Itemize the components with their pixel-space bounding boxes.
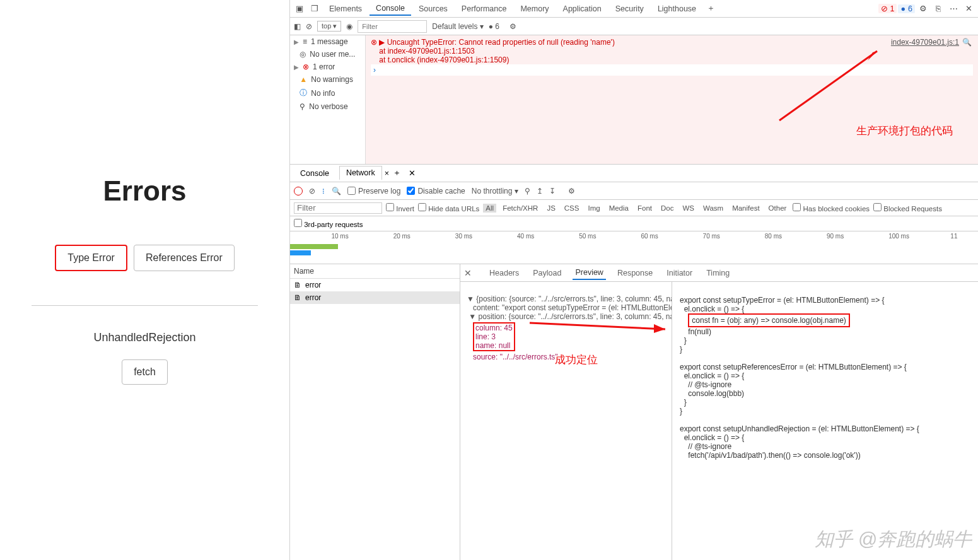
tab-performance[interactable]: Performance bbox=[455, 3, 513, 15]
filter-type-css[interactable]: CSS bbox=[562, 204, 582, 213]
preserve-log-checkbox[interactable]: Preserve log bbox=[347, 187, 400, 195]
error-count-chip[interactable]: ⊘ 1 bbox=[878, 4, 897, 13]
tab-application[interactable]: Application bbox=[557, 3, 608, 15]
network-request-list: Name 🗎error 🗎error bbox=[290, 264, 460, 560]
console-filter-input[interactable] bbox=[358, 20, 427, 33]
list-header-name[interactable]: Name bbox=[290, 264, 460, 279]
source-link[interactable]: index-49709e01.js:1 bbox=[891, 38, 959, 47]
network-filter-input[interactable] bbox=[294, 202, 382, 214]
preview-json[interactable]: ▼ {position: {source: "../../src/errors.… bbox=[460, 282, 672, 560]
sidebar-warnings[interactable]: ▲No warnings bbox=[290, 73, 365, 86]
drawer-close-icon[interactable]: ✕ bbox=[409, 168, 416, 178]
invert-checkbox[interactable]: Invert bbox=[386, 203, 414, 213]
clear-icon[interactable]: ⊘ bbox=[306, 22, 312, 31]
filter-type-js[interactable]: JS bbox=[544, 204, 557, 213]
filter-type-ws[interactable]: WS bbox=[680, 204, 697, 213]
wifi-icon[interactable]: ⚲ bbox=[525, 187, 530, 195]
filter-type-font[interactable]: Font bbox=[635, 204, 655, 213]
record-icon[interactable] bbox=[294, 187, 303, 195]
gear-icon[interactable]: ⚙ bbox=[916, 2, 930, 16]
list-item[interactable]: 🗎error bbox=[290, 291, 460, 304]
detail-tab-response[interactable]: Response bbox=[615, 267, 655, 279]
page-title: Errors bbox=[103, 175, 186, 207]
filter-type-media[interactable]: Media bbox=[607, 204, 631, 213]
sidebar-toggle-icon[interactable]: ◧ bbox=[294, 22, 301, 31]
dock-icon[interactable]: ⎘ bbox=[931, 2, 945, 16]
detail-tab-payload[interactable]: Payload bbox=[530, 267, 564, 279]
tab-console[interactable]: Console bbox=[370, 2, 411, 16]
tab-memory[interactable]: Memory bbox=[514, 3, 555, 15]
upload-icon[interactable]: ↥ bbox=[537, 187, 543, 195]
filter-type-other[interactable]: Other bbox=[766, 204, 789, 213]
drawer-tab-network[interactable]: Network bbox=[339, 166, 382, 180]
third-party-checkbox[interactable]: 3rd-party requests bbox=[294, 219, 363, 228]
net-gear-icon[interactable]: ⚙ bbox=[568, 187, 575, 195]
sidebar-info[interactable]: ⓘNo info bbox=[290, 86, 365, 100]
fetch-button[interactable]: fetch bbox=[122, 359, 168, 385]
issue-chip[interactable]: ● 6 bbox=[489, 22, 499, 31]
context-selector[interactable]: top ▾ bbox=[317, 21, 341, 32]
filter-type-fetch[interactable]: Fetch/XHR bbox=[500, 204, 540, 213]
error-count: 1 bbox=[890, 4, 895, 13]
third-party-bar: 3rd-party requests bbox=[290, 216, 978, 231]
preview-source-code[interactable]: export const setupTypeError = (el: HTMLB… bbox=[672, 282, 978, 560]
svg-marker-3 bbox=[654, 324, 665, 333]
devtools-panel: ▣ ❐ Elements Console Sources Performance… bbox=[290, 0, 978, 560]
log-levels-selector[interactable]: Default levels ▾ bbox=[432, 22, 483, 31]
net-clear-icon[interactable]: ⊘ bbox=[309, 187, 315, 195]
detail-tab-preview[interactable]: Preview bbox=[573, 266, 605, 280]
tab-elements[interactable]: Elements bbox=[323, 3, 368, 15]
svg-line-0 bbox=[779, 51, 877, 120]
highlight-code-box: const fn = (obj: any) => console.log(obj… bbox=[688, 313, 849, 327]
blocked-cookies-checkbox[interactable]: Has blocked cookies bbox=[793, 203, 870, 213]
search-icon[interactable]: 🔍 bbox=[962, 38, 972, 47]
file-icon: 🗎 bbox=[294, 281, 301, 289]
eye-icon[interactable]: ◉ bbox=[346, 22, 352, 31]
drawer-tab-console[interactable]: Console bbox=[294, 167, 335, 180]
net-search-icon[interactable]: 🔍 bbox=[332, 187, 341, 195]
list-item[interactable]: 🗎error bbox=[290, 279, 460, 291]
filter-type-all[interactable]: All bbox=[483, 204, 496, 213]
references-error-button[interactable]: References Error bbox=[134, 245, 235, 271]
console-gear-icon[interactable]: ⚙ bbox=[509, 22, 516, 31]
filter-type-doc[interactable]: Doc bbox=[658, 204, 676, 213]
console-sidebar: ▶≡1 message ◎No user me... ▶⊗1 error ▲No… bbox=[290, 35, 366, 164]
sidebar-verbose[interactable]: ⚲No verbose bbox=[290, 100, 365, 113]
more-icon[interactable]: ⋯ bbox=[946, 2, 960, 16]
inspect-icon[interactable]: ▣ bbox=[293, 2, 306, 16]
sidebar-nouser[interactable]: ◎No user me... bbox=[290, 48, 365, 61]
drawer-tabs: Console Network × ＋ ✕ bbox=[290, 165, 978, 182]
plus-icon[interactable]: ＋ bbox=[704, 2, 718, 16]
network-timeline[interactable]: 10 ms 20 ms 30 ms 40 ms 50 ms 60 ms 70 m… bbox=[290, 231, 978, 264]
throttling-selector[interactable]: No throttling ▾ bbox=[472, 187, 518, 195]
tab-lighthouse[interactable]: Lighthouse bbox=[651, 3, 702, 15]
filter-type-img[interactable]: Img bbox=[585, 204, 602, 213]
detail-tab-timing[interactable]: Timing bbox=[704, 267, 732, 279]
blocked-requests-checkbox[interactable]: Blocked Requests bbox=[873, 203, 942, 213]
button-row: Type Error References Error bbox=[55, 245, 235, 271]
annotation-text-1: 生产环境打包的代码 bbox=[856, 124, 953, 138]
network-toolbar: ⊘ ⫶ 🔍 Preserve log Disable cache No thro… bbox=[290, 182, 978, 200]
sidebar-messages[interactable]: ▶≡1 message bbox=[290, 35, 365, 48]
hide-data-urls-checkbox[interactable]: Hide data URLs bbox=[418, 203, 479, 213]
detail-tab-headers[interactable]: Headers bbox=[487, 267, 521, 279]
detail-close-icon[interactable]: ✕ bbox=[464, 268, 472, 278]
device-icon[interactable]: ❐ bbox=[308, 2, 322, 16]
filter-icon[interactable]: ⫶ bbox=[322, 187, 325, 195]
sidebar-errors[interactable]: ▶⊗1 error bbox=[290, 61, 365, 73]
type-error-button[interactable]: Type Error bbox=[55, 245, 127, 271]
tab-security[interactable]: Security bbox=[609, 3, 650, 15]
console-toolbar: ◧ ⊘ top ▾ ◉ Default levels ▾ ● 6 ⚙ bbox=[290, 18, 978, 35]
drawer-plus-icon[interactable]: ＋ bbox=[393, 168, 401, 178]
drawer-close-tab-icon[interactable]: × bbox=[385, 169, 389, 178]
disable-cache-checkbox[interactable]: Disable cache bbox=[407, 187, 465, 195]
download-icon[interactable]: ↧ bbox=[549, 187, 556, 195]
network-split: Name 🗎error 🗎error ✕ Headers Payload Pre… bbox=[290, 264, 978, 560]
detail-tab-initiator[interactable]: Initiator bbox=[664, 267, 695, 279]
tab-sources[interactable]: Sources bbox=[412, 3, 454, 15]
filter-type-wasm[interactable]: Wasm bbox=[701, 204, 726, 213]
network-filter-bar: Invert Hide data URLs All Fetch/XHR JS C… bbox=[290, 200, 978, 216]
info-count-chip[interactable]: ● 6 bbox=[898, 4, 915, 13]
filter-type-manifest[interactable]: Manifest bbox=[730, 204, 762, 213]
close-icon[interactable]: ✕ bbox=[962, 2, 975, 16]
